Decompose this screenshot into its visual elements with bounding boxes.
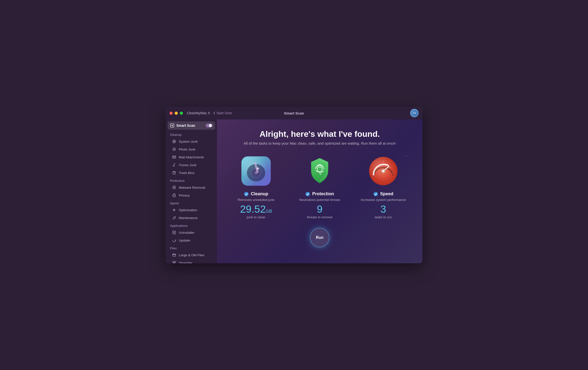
titlebar-right	[410, 109, 418, 117]
svg-point-1	[173, 140, 176, 143]
cards-row: Cleanup Removes unneeded junk 29.52GB ju…	[229, 155, 410, 219]
cleanup-section-label: Cleanup	[166, 131, 217, 138]
itunes-junk-label: iTunes Junk	[179, 163, 196, 167]
uninstaller-label: Uninstaller	[179, 231, 194, 234]
svg-point-3	[173, 148, 176, 151]
svg-rect-12	[173, 261, 176, 263]
svg-point-2	[174, 141, 175, 142]
updater-icon	[172, 238, 176, 243]
trash-icon	[172, 171, 176, 175]
cleanup-value: 29.52GB	[240, 204, 272, 214]
cleanup-title-row: Cleanup	[244, 191, 268, 197]
sidebar-item-maintenance[interactable]: Maintenance	[168, 214, 215, 222]
sidebar-item-uninstaller[interactable]: Uninstaller	[168, 229, 215, 236]
maintenance-icon	[172, 216, 176, 220]
svg-point-34	[373, 192, 378, 196]
speed-check-icon	[373, 192, 378, 197]
system-junk-icon	[172, 139, 176, 144]
app-window: CleanMyMac X Start Over Smart Scan	[166, 107, 422, 263]
svg-point-28	[382, 170, 384, 172]
app-name: CleanMyMac X	[187, 111, 210, 115]
sidebar-item-shredder[interactable]: Shredder	[168, 259, 215, 263]
speed-card: Speed Increases system performance 3 tas…	[356, 155, 410, 219]
cleanup-card-icon	[240, 155, 272, 187]
uninstaller-icon	[172, 230, 176, 235]
speed-section-label: Speed	[166, 199, 217, 206]
close-button[interactable]	[170, 112, 173, 115]
speed-value: 3	[380, 204, 386, 214]
svg-point-9	[174, 209, 175, 211]
privacy-label: Privacy	[179, 194, 190, 197]
speed-title-row: Speed	[373, 191, 393, 197]
speed-desc: Increases system performance	[361, 198, 406, 202]
sidebar-item-optimization[interactable]: Optimization	[168, 206, 215, 214]
smart-scan-toggle[interactable]	[206, 124, 213, 127]
photo-junk-label: Photo Junk	[179, 148, 195, 151]
content-area: Smart Scan Cleanup System Junk	[166, 119, 422, 263]
system-junk-label: System Junk	[179, 140, 198, 143]
cleanup-desc: Removes unneeded junk	[238, 198, 274, 202]
malware-icon	[172, 185, 176, 190]
trash-bins-label: Trash Bins	[179, 171, 194, 175]
speed-card-icon	[367, 155, 399, 187]
sidebar-item-mail-attachments[interactable]: Mail Attachments	[168, 153, 215, 161]
main-content: Alright, here's what I've found. All of …	[217, 119, 422, 263]
shredder-icon	[172, 261, 176, 263]
smart-scan-label: Smart Scan	[176, 124, 195, 127]
protection-title-row: Protection	[305, 191, 334, 197]
files-section-label: Files	[166, 244, 217, 251]
cleanup-title: Cleanup	[251, 191, 268, 197]
optimization-label: Optimization	[179, 208, 197, 212]
sidebar-item-trash-bins[interactable]: Trash Bins	[168, 169, 215, 177]
itunes-icon	[172, 163, 176, 167]
optimization-icon	[172, 208, 176, 212]
run-button[interactable]: Run	[310, 228, 329, 247]
protection-desc: Neutralizes potential threats	[299, 198, 340, 202]
protection-check-icon	[305, 192, 310, 197]
updater-label: Updater	[179, 239, 191, 242]
svg-point-21	[257, 167, 259, 170]
chevron-left-icon	[213, 111, 215, 115]
sidebar-item-smart-scan[interactable]: Smart Scan	[168, 121, 215, 130]
cleanup-check-icon	[244, 192, 249, 197]
cleanup-value-label: junk to clean	[247, 215, 265, 219]
sidebar-item-large-old-files[interactable]: Large & Old Files	[168, 251, 215, 259]
sidebar: Smart Scan Cleanup System Junk	[166, 119, 217, 263]
main-heading: Alright, here's what I've found.	[260, 129, 380, 139]
smart-scan-icon	[170, 123, 174, 128]
photo-junk-icon	[172, 147, 176, 151]
maintenance-label: Maintenance	[179, 216, 198, 220]
sidebar-item-system-junk[interactable]: System Junk	[168, 138, 215, 145]
cleanup-card: Cleanup Removes unneeded junk 29.52GB ju…	[229, 155, 283, 219]
svg-point-23	[305, 192, 310, 196]
avatar-dots	[413, 113, 416, 114]
shredder-label: Shredder	[179, 261, 192, 264]
sidebar-item-privacy[interactable]: Privacy	[168, 191, 215, 199]
files-icon	[172, 253, 176, 257]
svg-rect-4	[173, 156, 176, 158]
sidebar-item-itunes-junk[interactable]: iTunes Junk	[168, 161, 215, 169]
svg-point-22	[244, 192, 249, 196]
fullscreen-button[interactable]	[180, 112, 183, 115]
sidebar-item-photo-junk[interactable]: Photo Junk	[168, 145, 215, 153]
traffic-lights	[170, 112, 183, 115]
speed-value-label: tasks to run	[375, 215, 392, 219]
protection-card: Protection Neutralizes potential threats…	[293, 155, 347, 219]
sidebar-item-updater[interactable]: Updater	[168, 236, 215, 244]
svg-rect-6	[173, 172, 175, 174]
protection-card-icon	[304, 155, 336, 187]
nav-back[interactable]: Start Over	[213, 111, 232, 115]
protection-value-label: threats to remove	[307, 215, 332, 219]
protection-value: 9	[317, 204, 322, 214]
protection-title: Protection	[312, 191, 334, 197]
minimize-button[interactable]	[175, 112, 178, 115]
speed-title: Speed	[380, 191, 393, 197]
svg-rect-8	[173, 195, 176, 197]
malware-removal-label: Malware Removal	[179, 186, 205, 189]
large-old-files-label: Large & Old Files	[179, 253, 204, 257]
svg-point-5	[173, 165, 174, 166]
sidebar-item-malware-removal[interactable]: Malware Removal	[168, 184, 215, 191]
titlebar: CleanMyMac X Start Over Smart Scan	[166, 107, 422, 119]
protection-section-label: Protection	[166, 177, 217, 184]
avatar-button[interactable]	[410, 109, 418, 117]
